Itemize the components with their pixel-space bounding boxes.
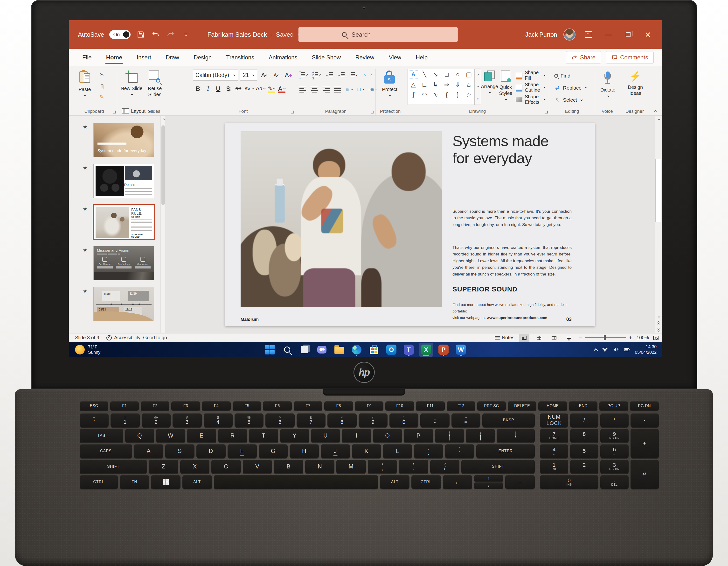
tab-view[interactable]: View bbox=[381, 51, 409, 64]
minimize-button[interactable]: — bbox=[602, 28, 615, 41]
align-left-button[interactable] bbox=[298, 85, 308, 94]
slide[interactable]: Systems made for everyday Superior sound… bbox=[225, 123, 595, 326]
collapse-ribbon-button[interactable] bbox=[653, 109, 657, 113]
search-bar[interactable] bbox=[298, 27, 458, 42]
increase-indent-button[interactable]: → bbox=[336, 70, 346, 80]
shape-line-icon[interactable]: ╲ bbox=[419, 69, 430, 79]
find-button[interactable]: Find bbox=[552, 70, 589, 81]
tab-design[interactable]: Design bbox=[186, 51, 219, 64]
shape-arrow-icon[interactable]: ↘ bbox=[430, 69, 441, 79]
accessibility-status[interactable]: Accessibility: Good to go bbox=[106, 335, 167, 341]
ribbon-display-options-button[interactable] bbox=[582, 28, 595, 41]
shape-brace-right-icon[interactable]: } bbox=[452, 90, 463, 100]
shape-arrow-down-icon[interactable]: ⇓ bbox=[452, 79, 463, 90]
shape-rounded-rectangle-icon[interactable]: ▢ bbox=[463, 69, 474, 79]
redo-icon[interactable] bbox=[166, 30, 175, 39]
excel-taskbar-icon[interactable]: X bbox=[419, 343, 433, 357]
shape-fill-button[interactable]: Shape Fill bbox=[514, 70, 547, 81]
quick-styles-button[interactable]: Quick Styles bbox=[498, 69, 513, 102]
shape-oval-icon[interactable]: ○ bbox=[452, 69, 463, 79]
bold-button[interactable]: B bbox=[193, 83, 203, 94]
tab-home[interactable]: Home bbox=[99, 51, 130, 64]
weather-widget[interactable]: 71°FSunny bbox=[75, 344, 100, 355]
vertical-scrollbar[interactable] bbox=[655, 116, 662, 333]
slide-title[interactable]: Systems made for everyday bbox=[452, 132, 563, 167]
slideshow-button[interactable] bbox=[564, 334, 574, 342]
line-spacing-button[interactable]: ↕ bbox=[348, 70, 359, 80]
change-case-button[interactable]: Aa bbox=[255, 83, 267, 94]
font-dialog-launcher[interactable] bbox=[291, 111, 294, 113]
format-painter-button[interactable]: ✎ bbox=[97, 92, 106, 102]
tab-file[interactable]: File bbox=[75, 51, 99, 64]
text-shadow-button[interactable]: S bbox=[223, 83, 233, 94]
numbering-button[interactable]: 1 2 3 bbox=[311, 70, 322, 80]
paragraph-dialog-launcher[interactable] bbox=[371, 111, 374, 113]
italic-button[interactable]: I bbox=[203, 83, 213, 94]
notes-button[interactable]: Notes bbox=[495, 335, 514, 341]
highlight-color-button[interactable]: ✎ bbox=[267, 83, 277, 94]
slide-thumbnail-4[interactable]: Mission and VisionOur MissionOur ValuesO… bbox=[93, 246, 154, 280]
new-slide-button[interactable]: New Slide bbox=[120, 69, 143, 105]
underline-button[interactable]: U bbox=[213, 83, 223, 94]
strikethrough-button[interactable]: ab bbox=[233, 83, 243, 94]
word-taskbar-icon[interactable]: W bbox=[454, 343, 468, 357]
columns-button[interactable]: ▥ bbox=[345, 85, 354, 94]
cut-button[interactable]: ✂ bbox=[97, 70, 106, 80]
wifi-icon[interactable] bbox=[602, 346, 608, 353]
clear-formatting-button[interactable]: A◆ bbox=[283, 70, 293, 81]
align-text-button[interactable]: [↕] bbox=[356, 85, 366, 94]
tab-review[interactable]: Review bbox=[348, 51, 381, 64]
shape-scribble-icon[interactable]: ʃ bbox=[408, 90, 419, 100]
reading-view-button[interactable] bbox=[549, 334, 559, 342]
slide-counter[interactable]: Slide 3 of 9 bbox=[75, 335, 99, 341]
tab-slide-show[interactable]: Slide Show bbox=[305, 51, 348, 64]
chat-taskbar-icon[interactable] bbox=[315, 343, 329, 357]
search-input[interactable] bbox=[351, 31, 423, 38]
panel-scrollbar[interactable] bbox=[160, 116, 165, 333]
normal-view-button[interactable] bbox=[519, 334, 529, 342]
edge-taskbar-icon[interactable] bbox=[350, 343, 364, 357]
arrange-button[interactable]: Arrange bbox=[481, 69, 498, 102]
slide-sorter-view-button[interactable] bbox=[534, 334, 544, 342]
shapes-more[interactable]: ≡ bbox=[475, 93, 481, 104]
font-color-button[interactable]: A bbox=[277, 83, 287, 94]
zoom-out-button[interactable]: − bbox=[579, 335, 582, 341]
tab-insert[interactable]: Insert bbox=[129, 51, 158, 64]
increase-font-size-button[interactable]: A bbox=[259, 70, 269, 81]
align-right-button[interactable] bbox=[322, 85, 331, 94]
user-name[interactable]: Jack Purton bbox=[525, 31, 557, 38]
paste-button[interactable]: Paste bbox=[73, 69, 96, 105]
slide-thumbnail-1[interactable]: System made for everyday bbox=[93, 123, 154, 157]
drawing-dialog-launcher[interactable] bbox=[545, 111, 548, 113]
shape-arc-icon[interactable]: ◠ bbox=[419, 90, 430, 100]
slide-paragraph-2[interactable]: That's why our engineers have crafted a … bbox=[452, 244, 572, 278]
zoom-slider[interactable] bbox=[585, 337, 626, 338]
search-taskbar-icon[interactable] bbox=[280, 343, 294, 357]
shape-elbow-icon[interactable]: ∟ bbox=[419, 79, 430, 90]
slide-photo[interactable] bbox=[241, 131, 442, 307]
share-button[interactable]: Share bbox=[566, 51, 601, 64]
shape-text-box-icon[interactable]: A bbox=[409, 70, 418, 78]
previous-slide-button[interactable] bbox=[658, 322, 659, 325]
clock[interactable]: 14:3005/04/2022 bbox=[635, 344, 657, 356]
avatar[interactable] bbox=[563, 28, 575, 41]
shape-curve-icon[interactable]: ∿ bbox=[430, 90, 441, 100]
file-explorer-taskbar-icon[interactable] bbox=[332, 343, 346, 357]
tab-help[interactable]: Help bbox=[409, 51, 435, 64]
slide-paragraph-1[interactable]: Superior sound is more than a nice-to-ha… bbox=[452, 208, 572, 228]
tab-animations[interactable]: Animations bbox=[262, 51, 305, 64]
font-size-select[interactable]: 21 bbox=[240, 70, 257, 81]
battery-icon[interactable] bbox=[624, 346, 631, 353]
panel-scrollbar-thumb[interactable] bbox=[161, 125, 165, 205]
zoom-slider-thumb[interactable] bbox=[604, 335, 606, 340]
document-title[interactable]: Fabrikam Sales Deck - Saved bbox=[207, 31, 300, 38]
teams-taskbar-icon[interactable]: T bbox=[402, 343, 416, 357]
decrease-indent-button[interactable]: ← bbox=[324, 70, 334, 80]
comments-button[interactable]: Comments bbox=[606, 51, 654, 64]
zoom-in-button[interactable]: + bbox=[629, 335, 632, 341]
scroll-down-button[interactable] bbox=[655, 314, 662, 321]
justify-button[interactable] bbox=[333, 85, 342, 94]
protect-button[interactable]: Protect bbox=[378, 69, 401, 105]
dictate-button[interactable]: Dictate bbox=[597, 69, 619, 105]
speaker-icon[interactable] bbox=[613, 346, 619, 353]
